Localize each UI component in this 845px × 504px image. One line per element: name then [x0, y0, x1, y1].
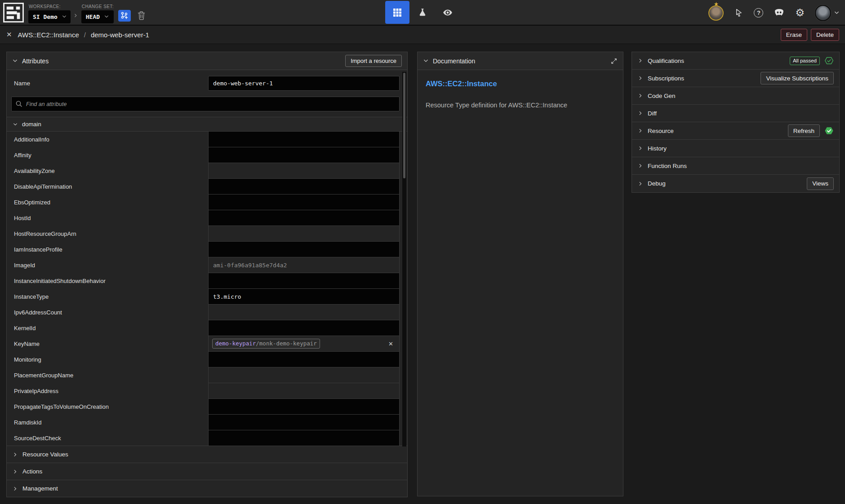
documentation-panel: Documentation AWS::EC2::Instance Resourc… — [417, 52, 623, 496]
attribute-value-cell[interactable]: demo-keypair/monk-demo-keypair ✕ — [208, 336, 400, 352]
attribute-value-cell[interactable] — [208, 430, 400, 446]
attribute-label: DisableApiTermination — [7, 179, 208, 195]
attribute-value-cell[interactable]: ami-0fa96a91a85e7d4a2 — [208, 257, 400, 273]
lab-view-button[interactable] — [410, 1, 435, 24]
attribute-value-cell[interactable] — [208, 273, 400, 289]
inspector-section-header[interactable]: Qualifications All passed — [632, 52, 839, 70]
domain-section-header[interactable]: domain — [7, 117, 407, 132]
attribute-value-cell[interactable] — [208, 163, 400, 179]
inspector-section-header[interactable]: Diff — [632, 105, 839, 122]
gear-icon[interactable]: ⚙ — [795, 8, 805, 18]
inspector-section-header[interactable]: History — [632, 140, 839, 157]
inspector-section-header[interactable]: Resource Refresh — [632, 122, 839, 140]
attribute-value-cell[interactable] — [208, 367, 400, 383]
attribute-row: KernelId — [7, 320, 407, 336]
attribute-value-cell[interactable] — [208, 383, 400, 399]
attribute-value-cell[interactable] — [208, 178, 400, 195]
expand-panel-button[interactable] — [610, 57, 618, 65]
attribute-value-cell[interactable] — [208, 210, 400, 226]
documentation-title-link[interactable]: AWS::EC2::Instance — [426, 80, 615, 88]
section-action-button[interactable]: Views — [807, 177, 834, 190]
attribute-value-cell[interactable]: t3.micro — [208, 288, 400, 305]
inspector-section-header[interactable]: Debug Views — [632, 175, 839, 192]
attribute-value-cell[interactable] — [208, 351, 400, 367]
attributes-panel-header[interactable]: Attributes Import a resource — [7, 52, 407, 70]
attribute-label: ImageId — [7, 257, 208, 273]
review-view-button[interactable] — [436, 1, 460, 24]
inspector-section-header[interactable]: Code Gen — [632, 87, 839, 105]
attributes-scrollbar[interactable] — [402, 72, 406, 447]
collapsed-section-label: Resource Values — [22, 451, 68, 458]
search-input[interactable] — [11, 97, 400, 111]
attribute-label: Monitoring — [7, 352, 208, 367]
section-action-button[interactable]: Refresh — [788, 124, 820, 137]
chevron-right-icon — [638, 128, 643, 133]
resource-header-bar: ✕ AWS::EC2::Instance / demo-web-server-1… — [0, 26, 845, 44]
inspector-section-label: Code Gen — [648, 93, 676, 99]
attribute-row: HostResourceGroupArn — [7, 226, 407, 242]
documentation-panel-header[interactable]: Documentation — [418, 52, 623, 70]
inspector-section-header[interactable]: Function Runs — [632, 157, 839, 175]
attribute-value-cell[interactable] — [208, 147, 400, 163]
changeset-label: CHANGE SET: — [82, 4, 114, 9]
collapsed-section-header[interactable]: Management — [7, 480, 407, 497]
collapsed-section-header[interactable]: Resource Values — [7, 446, 407, 463]
workspace-select[interactable]: SI Demo — [28, 10, 71, 23]
chevron-down-icon — [12, 58, 18, 64]
documentation-content: AWS::EC2::Instance Resource Type definit… — [418, 70, 623, 119]
chevron-down-icon — [62, 14, 67, 19]
attribute-value-cell[interactable] — [208, 132, 400, 147]
attribute-row: HostId — [7, 210, 407, 226]
chevron-down-icon — [13, 122, 18, 127]
attribute-tag: demo-keypair/monk-demo-keypair — [212, 339, 320, 349]
close-icon[interactable]: ✕ — [6, 31, 12, 39]
changeset-value: HEAD — [86, 13, 100, 20]
inspector-section-label: History — [648, 145, 667, 152]
section-action-button[interactable]: Visualize Subscriptions — [760, 72, 834, 84]
attribute-label: Ipv6AddressCount — [7, 305, 208, 320]
documentation-body: Resource Type definition for AWS::EC2::I… — [426, 101, 615, 110]
multiplayer-cursor-button[interactable] — [734, 8, 743, 18]
attribute-label: KernelId — [7, 320, 208, 336]
attribute-row: SourceDestCheck — [7, 430, 407, 446]
discord-button[interactable] — [774, 9, 785, 18]
name-row: Name — [7, 76, 400, 91]
name-input[interactable] — [208, 76, 400, 91]
import-resource-button[interactable]: Import a resource — [345, 55, 402, 67]
erase-button[interactable]: Erase — [781, 29, 807, 41]
attribute-value-cell[interactable] — [208, 194, 400, 210]
collapsed-section-header[interactable]: Actions — [7, 463, 407, 480]
attribute-value-cell[interactable] — [208, 304, 400, 320]
attribute-label: EbsOptimized — [7, 195, 208, 210]
attribute-value-cell[interactable] — [208, 241, 400, 257]
attribute-rows: AdditionalInfo Affinity AvailabilityZone… — [7, 132, 407, 447]
inspector-section-header[interactable]: Subscriptions Visualize Subscriptions — [632, 70, 839, 87]
attribute-value-cell[interactable] — [208, 414, 400, 430]
attribute-label: PlacementGroupName — [7, 367, 208, 383]
inspector-section-label: Debug — [648, 180, 666, 187]
attributes-bottom-sections: Resource Values Actions Management — [7, 446, 407, 497]
grid-view-button[interactable] — [385, 1, 409, 24]
changeset-select[interactable]: HEAD — [81, 10, 114, 23]
collaborator-avatar[interactable]: ★ — [708, 5, 724, 21]
attribute-row: RamdiskId — [7, 415, 407, 430]
attribute-value-cell[interactable] — [208, 320, 400, 336]
delete-button[interactable]: Delete — [811, 29, 839, 41]
workspace-label: WORKSPACE: — [29, 4, 71, 9]
abandon-change-set-button[interactable] — [135, 10, 148, 22]
inspector-section-label: Diff — [648, 110, 657, 117]
help-icon[interactable]: ? — [754, 8, 763, 18]
hex-check-outline-icon — [824, 56, 834, 65]
attributes-panel-title: Attributes — [22, 57, 49, 65]
attribute-value-cell[interactable] — [208, 398, 400, 415]
system-initiative-logo-icon[interactable] — [3, 3, 24, 22]
scrollbar-thumb[interactable] — [403, 73, 405, 178]
attribute-row: KeyName demo-keypair/monk-demo-keypair ✕ — [7, 336, 407, 352]
chevron-right-icon — [13, 469, 18, 474]
attribute-value-cell[interactable] — [208, 225, 400, 242]
remove-tag-button[interactable]: ✕ — [386, 340, 396, 348]
attribute-row: InstanceType t3.micro — [7, 289, 407, 305]
create-change-set-button[interactable] — [118, 10, 131, 22]
user-menu[interactable] — [815, 5, 840, 21]
workspace-group: WORKSPACE: SI Demo — [28, 2, 71, 23]
